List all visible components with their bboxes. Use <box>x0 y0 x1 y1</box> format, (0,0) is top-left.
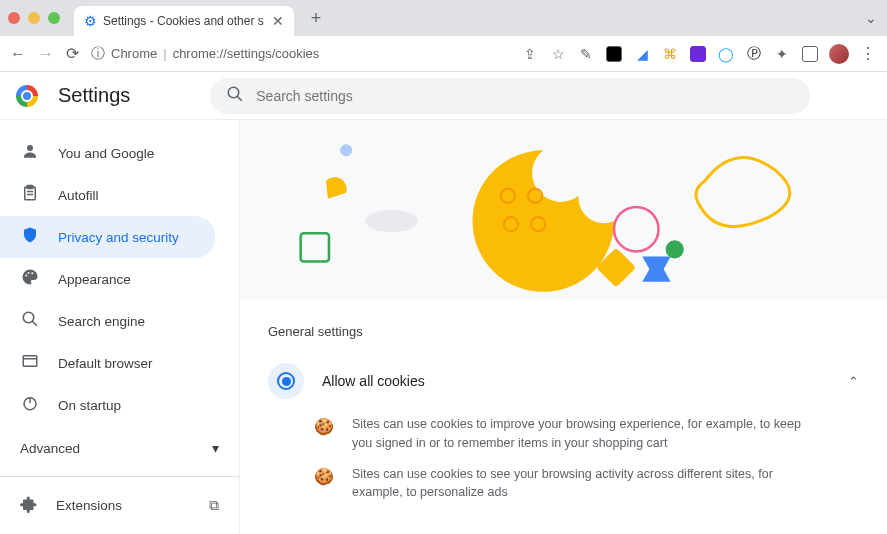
sidebar-item-label: Default browser <box>58 356 153 371</box>
search-icon <box>226 85 244 106</box>
advanced-label: Advanced <box>20 441 80 456</box>
sidebar-item-on-startup[interactable]: On startup <box>0 384 215 426</box>
forward-button[interactable]: → <box>38 45 54 63</box>
minimize-window-button[interactable] <box>28 12 40 24</box>
extension-icons: ⇪ ☆ ✎ ◢ ⌘ ◯ Ⓟ ✦ ⋮ <box>521 44 877 64</box>
svg-line-11 <box>32 321 37 326</box>
svg-rect-4 <box>27 186 33 189</box>
sidebar-item-search-engine[interactable]: Search engine <box>0 300 215 342</box>
settings-sidebar: You and Google Autofill Privacy and secu… <box>0 120 240 534</box>
power-icon <box>20 394 40 416</box>
sidebar-item-autofill[interactable]: Autofill <box>0 174 215 216</box>
url-scheme: Chrome <box>111 46 157 61</box>
maximize-window-button[interactable] <box>48 12 60 24</box>
chrome-logo-icon <box>16 85 38 107</box>
site-info-icon: ⓘ <box>91 45 105 63</box>
svg-point-7 <box>25 275 27 277</box>
svg-point-18 <box>365 210 418 232</box>
search-container <box>210 78 810 114</box>
extension-icon[interactable] <box>605 45 623 63</box>
sidebar-item-advanced[interactable]: Advanced ▾ <box>0 426 239 470</box>
svg-point-16 <box>340 144 352 156</box>
svg-rect-17 <box>301 233 329 261</box>
sidebar-item-label: Search engine <box>58 314 145 329</box>
sidebar-item-appearance[interactable]: Appearance <box>0 258 215 300</box>
svg-point-2 <box>27 145 33 151</box>
extension-icon[interactable]: Ⓟ <box>745 45 763 63</box>
settings-main: General settings Allow all cookies ⌃ 🍪 S… <box>240 120 887 534</box>
sidebar-item-label: On startup <box>58 398 121 413</box>
clipboard-icon <box>20 184 40 206</box>
radio-allow-all-cookies[interactable]: Allow all cookies ⌃ <box>268 353 859 409</box>
browser-toolbar: ← → ⟳ ⓘ Chrome | chrome://settings/cooki… <box>0 36 887 72</box>
close-window-button[interactable] <box>8 12 20 24</box>
sidebar-item-privacy[interactable]: Privacy and security <box>0 216 215 258</box>
external-link-icon: ⧉ <box>209 497 219 514</box>
hero-illustration <box>240 120 887 300</box>
share-icon[interactable]: ⇪ <box>521 45 539 63</box>
kebab-menu-icon[interactable]: ⋮ <box>859 45 877 63</box>
edit-icon[interactable]: ✎ <box>577 45 595 63</box>
browser-tab[interactable]: ⚙ Settings - Cookies and other s ✕ <box>74 6 294 36</box>
sidebar-item-label: Appearance <box>58 272 131 287</box>
sidebar-item-extensions[interactable]: Extensions ⧉ <box>0 483 239 528</box>
svg-point-0 <box>229 87 240 98</box>
radio-description-1: 🍪 Sites can use cookies to improve your … <box>268 409 859 459</box>
puzzle-icon <box>20 495 38 516</box>
extension-icon[interactable]: ◯ <box>717 45 735 63</box>
extension-icon[interactable]: ⌘ <box>661 45 679 63</box>
close-tab-icon[interactable]: ✕ <box>272 13 284 29</box>
extension-icon[interactable] <box>689 45 707 63</box>
search-icon <box>20 310 40 332</box>
chevron-down-icon: ▾ <box>212 440 219 456</box>
side-panel-icon[interactable] <box>801 45 819 63</box>
svg-point-23 <box>614 207 658 251</box>
svg-point-8 <box>28 272 30 274</box>
settings-header: Settings <box>0 72 887 120</box>
page-title: Settings <box>58 84 130 107</box>
cookie-icon: 🍪 <box>314 415 334 453</box>
radio-button-selected[interactable] <box>268 363 304 399</box>
svg-point-10 <box>23 312 34 323</box>
chevron-up-icon[interactable]: ⌃ <box>848 374 859 389</box>
svg-point-27 <box>666 240 684 258</box>
new-tab-button[interactable]: + <box>304 8 328 29</box>
shield-icon <box>20 226 40 248</box>
cookie-icon: 🍪 <box>314 465 334 503</box>
back-button[interactable]: ← <box>10 45 26 63</box>
sidebar-item-label: You and Google <box>58 146 154 161</box>
section-title: General settings <box>268 324 859 339</box>
browser-icon <box>20 352 40 374</box>
sidebar-item-label: Autofill <box>58 188 99 203</box>
gear-icon: ⚙ <box>84 13 97 29</box>
sidebar-item-default-browser[interactable]: Default browser <box>0 342 215 384</box>
bookmark-icon[interactable]: ☆ <box>549 45 567 63</box>
svg-line-1 <box>238 96 243 101</box>
profile-avatar[interactable] <box>829 44 849 64</box>
palette-icon <box>20 268 40 290</box>
radio-label: Allow all cookies <box>322 373 830 389</box>
window-controls <box>8 12 60 24</box>
svg-rect-12 <box>23 356 37 367</box>
address-bar[interactable]: ⓘ Chrome | chrome://settings/cookies <box>91 45 319 63</box>
extensions-label: Extensions <box>56 498 122 513</box>
radio-description-2: 🍪 Sites can use cookies to see your brow… <box>268 459 859 509</box>
extensions-menu-icon[interactable]: ✦ <box>773 45 791 63</box>
search-input[interactable] <box>256 88 794 104</box>
extension-icon[interactable]: ◢ <box>633 45 651 63</box>
person-icon <box>20 142 40 164</box>
reload-button[interactable]: ⟳ <box>66 44 79 63</box>
browser-tab-bar: ⚙ Settings - Cookies and other s ✕ + ⌄ <box>0 0 887 36</box>
svg-point-9 <box>31 272 33 274</box>
sidebar-item-label: Privacy and security <box>58 230 179 245</box>
tab-title: Settings - Cookies and other s <box>103 14 266 28</box>
url-path: chrome://settings/cookies <box>173 46 320 61</box>
chevron-down-icon[interactable]: ⌄ <box>865 10 877 26</box>
sidebar-item-you-and-google[interactable]: You and Google <box>0 132 215 174</box>
